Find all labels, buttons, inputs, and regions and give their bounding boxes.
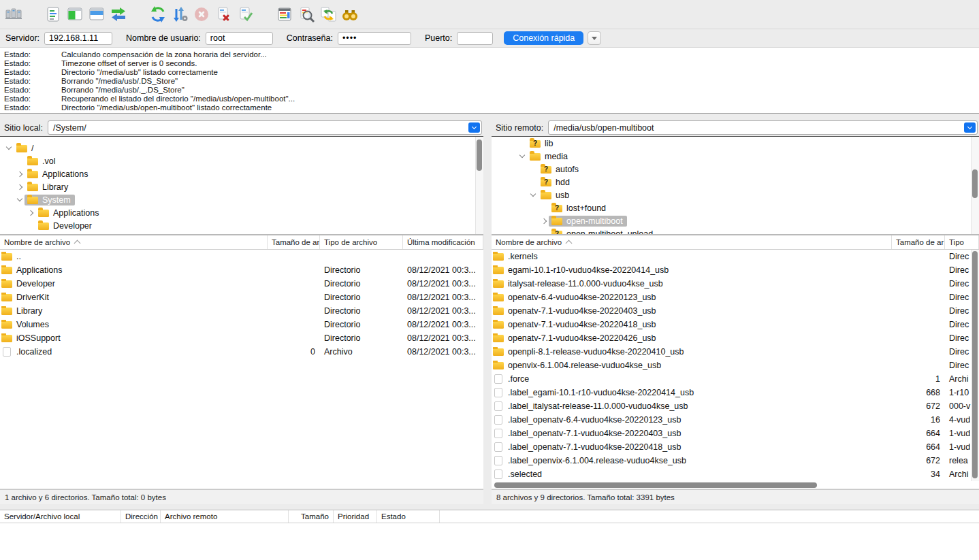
file-row[interactable]: openvix-6.1.004.release-vuduo4kse_usbDir… <box>492 359 979 372</box>
find-files-button[interactable] <box>340 3 360 25</box>
tree-item[interactable]: usb <box>492 188 979 201</box>
file-row[interactable]: ApplicationsDirectorio08/12/2021 00:3... <box>0 263 483 277</box>
column-header-type[interactable]: Tipo de archivo <box>320 235 403 249</box>
chevron-down-icon[interactable] <box>4 147 14 149</box>
file-row[interactable]: VolumesDirectorio08/12/2021 00:3... <box>0 318 483 331</box>
chevron-right-icon[interactable] <box>15 185 25 189</box>
tree-item[interactable]: / <box>0 142 483 154</box>
remote-path-dropdown-button[interactable] <box>964 122 976 133</box>
username-input[interactable] <box>206 32 273 45</box>
queue-column-status[interactable]: Estado <box>377 510 440 523</box>
queue-column-priority[interactable]: Prioridad <box>334 510 377 523</box>
toggle-message-log-button[interactable] <box>43 3 63 25</box>
toggle-transfer-queue-button[interactable] <box>108 3 129 25</box>
refresh-button[interactable] <box>148 3 168 25</box>
folder-icon <box>1 253 12 261</box>
local-path-combobox[interactable]: /System/ <box>48 120 482 135</box>
disconnect-button[interactable] <box>213 3 234 25</box>
remote-list-scrollbar[interactable] <box>971 250 979 481</box>
tree-item[interactable]: .vol <box>0 154 483 167</box>
remote-list-scrollbar-thumb[interactable] <box>972 251 978 478</box>
directory-comparison-button[interactable] <box>296 3 317 25</box>
chevron-down-icon[interactable] <box>517 155 527 157</box>
port-input[interactable] <box>457 32 493 45</box>
toggle-local-tree-button[interactable] <box>65 3 85 25</box>
file-row[interactable]: openatv-7.1-vuduo4kse-20220403_usbDirec <box>492 304 979 318</box>
directory-listing-filters-button[interactable] <box>274 3 295 25</box>
file-row[interactable]: .kernelsDirec <box>492 250 979 263</box>
reconnect-button[interactable] <box>235 3 255 25</box>
local-tree-scrollbar-thumb[interactable] <box>477 139 482 171</box>
tree-item[interactable]: System <box>0 193 483 206</box>
file-icon <box>494 429 502 438</box>
tree-item[interactable]: Developer <box>0 219 483 232</box>
file-row[interactable]: openatv-6.4-vuduo4kse-20220123_usbDirec <box>492 291 979 304</box>
column-header-modified[interactable]: Última modificación <box>403 235 483 249</box>
file-modified: 08/12/2021 00:3... <box>403 279 483 289</box>
server-input[interactable] <box>44 32 112 45</box>
process-queue-button[interactable] <box>170 3 190 25</box>
tree-item[interactable]: media <box>492 150 979 163</box>
file-icon <box>494 456 502 465</box>
tree-item[interactable]: hdd <box>492 176 979 188</box>
file-row[interactable]: .force1Archi <box>492 372 979 386</box>
remote-path-combobox[interactable]: /media/usb/open-multiboot <box>548 120 978 135</box>
column-header-size[interactable]: Tamaño de arc <box>268 235 320 249</box>
file-row[interactable]: .label_italysat-release-11.0.000-vuduo4k… <box>492 399 979 413</box>
tree-item[interactable]: lost+found <box>492 201 979 214</box>
file-row[interactable]: egami-10.1-r10-vuduo4kse-20220414_usbDir… <box>492 263 979 277</box>
file-row[interactable]: .. <box>0 250 483 263</box>
file-row[interactable]: openatv-7.1-vuduo4kse-20220426_usbDirec <box>492 331 979 345</box>
quickconnect-button[interactable]: Conexión rápida <box>504 31 583 45</box>
local-path-dropdown-button[interactable] <box>468 122 480 133</box>
file-row[interactable]: iOSSupportDirectorio08/12/2021 00:3... <box>0 331 483 345</box>
tree-item[interactable]: autofs <box>492 163 979 176</box>
file-icon <box>494 374 502 384</box>
file-size: 664 <box>892 442 945 452</box>
local-tree-scrollbar[interactable] <box>475 137 483 234</box>
tree-item[interactable]: open-multiboot_upload <box>492 227 979 235</box>
chevron-down-icon[interactable] <box>528 194 538 196</box>
file-row[interactable]: .label_openatv-7.1-vuduo4kse-20220418_us… <box>492 440 979 454</box>
remote-tree-scrollbar-thumb[interactable] <box>972 169 978 198</box>
file-row[interactable]: DriverKitDirectorio08/12/2021 00:3... <box>0 291 483 304</box>
site-manager-button[interactable] <box>3 3 24 25</box>
file-row[interactable]: openatv-7.1-vuduo4kse-20220418_usbDirec <box>492 318 979 331</box>
cancel-operation-button[interactable] <box>191 3 212 25</box>
tree-item[interactable]: Applications <box>0 206 483 219</box>
file-row[interactable]: .label_egami-10.1-r10-vuduo4kse-20220414… <box>492 386 979 399</box>
file-row[interactable]: .selected34Archi <box>492 467 979 481</box>
synchronized-browsing-icon <box>319 5 337 23</box>
chevron-down-icon[interactable] <box>15 199 25 201</box>
column-header-name[interactable]: Nombre de archivo <box>0 235 268 249</box>
quickconnect-dropdown-button[interactable] <box>588 31 601 45</box>
file-row[interactable]: DeveloperDirectorio08/12/2021 00:3... <box>0 277 483 291</box>
toggle-remote-tree-button[interactable] <box>86 3 107 25</box>
tree-item[interactable]: lib <box>492 137 979 150</box>
remote-hscroll-thumb[interactable] <box>494 482 817 488</box>
queue-column-direction[interactable]: Dirección <box>121 510 161 523</box>
column-header-name[interactable]: Nombre de archivo <box>492 235 892 249</box>
file-modified: 08/12/2021 00:3... <box>403 293 483 302</box>
remote-tree-scrollbar[interactable] <box>971 137 979 234</box>
queue-column-size[interactable]: Tamaño <box>289 510 334 523</box>
queue-column-local-file[interactable]: Servidor/Archivo local <box>0 510 121 523</box>
chevron-right-icon[interactable] <box>15 172 25 176</box>
chevron-right-icon[interactable] <box>539 219 549 223</box>
file-row[interactable]: italysat-release-11.0.000-vuduo4kse_usbD… <box>492 277 979 291</box>
tree-item[interactable]: Library <box>0 180 483 193</box>
column-header-type[interactable]: Tipo <box>945 235 979 249</box>
tree-item[interactable]: Applications <box>0 167 483 180</box>
column-header-size[interactable]: Tamaño de ar <box>892 235 945 249</box>
file-row[interactable]: LibraryDirectorio08/12/2021 00:3... <box>0 304 483 318</box>
queue-column-remote-file[interactable]: Archivo remoto <box>161 510 289 523</box>
chevron-right-icon[interactable] <box>26 211 35 215</box>
file-row[interactable]: .label_openatv-7.1-vuduo4kse-20220403_us… <box>492 427 979 440</box>
file-row[interactable]: .localized0Archivo08/12/2021 00:3... <box>0 345 483 359</box>
synchronized-browsing-button[interactable] <box>318 3 338 25</box>
file-row[interactable]: openpli-8.1-release-vuduo4kse-20220410_u… <box>492 345 979 359</box>
file-row[interactable]: .label_openvix-6.1.004.release-vuduo4kse… <box>492 454 979 467</box>
password-input[interactable] <box>338 32 411 45</box>
file-row[interactable]: .label_openatv-6.4-vuduo4kse-20220123_us… <box>492 413 979 427</box>
tree-item[interactable]: open-multiboot <box>492 214 979 227</box>
